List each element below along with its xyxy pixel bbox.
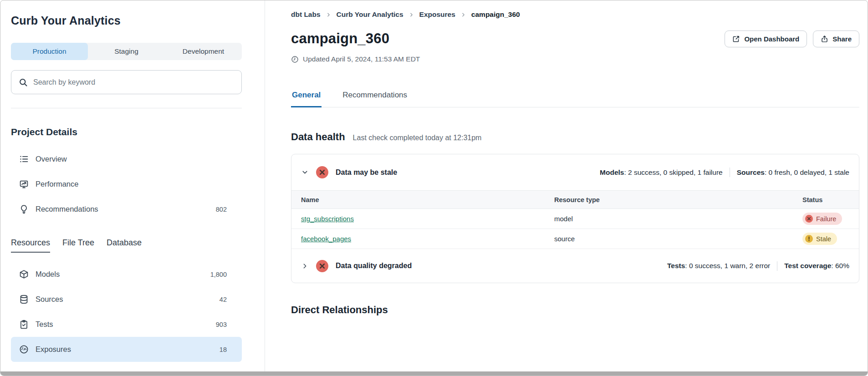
open-dashboard-button[interactable]: Open Dashboard (725, 30, 807, 47)
sources-summary-value: : 0 fresh, 0 delayed, 1 stale (765, 168, 849, 176)
chevron-right-icon (408, 12, 414, 18)
sidebar-item-label: Exposures (36, 345, 71, 354)
tab-general[interactable]: General (291, 91, 322, 107)
quality-panel-title: Data quality degraded (336, 262, 412, 270)
column-header-status: Status (802, 196, 849, 203)
tab-file-tree[interactable]: File Tree (62, 238, 94, 253)
sidebar-item-exposures[interactable]: Exposures 18 (11, 337, 242, 362)
breadcrumb-link-dbt-labs[interactable]: dbt Labs (291, 10, 321, 19)
breadcrumb-current: campaign_360 (471, 10, 520, 19)
sidebar-item-overview[interactable]: Overview (11, 147, 242, 172)
coverage-summary-label: Test coverage (784, 262, 831, 269)
error-circle-icon (316, 166, 328, 178)
breadcrumb-link-exposures[interactable]: Exposures (419, 10, 455, 19)
search-input[interactable]: Search by keyword (11, 70, 242, 94)
database-icon (19, 295, 29, 304)
window-bottom-edge (0, 371, 868, 376)
error-circle-icon (316, 260, 328, 272)
updated-text: Updated April 5, 2024, 11:53 AM EDT (303, 55, 420, 63)
models-summary-value: : 2 success, 0 skipped, 1 failure (624, 168, 722, 176)
sidebar-item-label: Performance (36, 180, 78, 188)
tab-recommendations[interactable]: Recommendations (342, 91, 408, 107)
project-title: Curb Your Analytics (11, 14, 242, 27)
quality-panel-header[interactable]: Data quality degraded Tests: 0 success, … (291, 249, 859, 283)
stale-panel-summary: Models: 2 success, 0 skipped, 1 failure … (600, 168, 849, 177)
item-count: 903 (216, 321, 227, 328)
share-label: Share (832, 35, 852, 43)
project-details-heading: Project Details (11, 127, 242, 137)
breadcrumb-link-project[interactable]: Curb Your Analytics (337, 10, 403, 19)
item-count: 1,800 (210, 271, 227, 278)
project-details-nav: Overview Performance Recommendations 802 (11, 147, 242, 222)
list-icon (19, 154, 29, 164)
resource-link-stg-subscriptions[interactable]: stg_subscriptions (301, 215, 354, 223)
main-content: dbt Labs Curb Your Analytics Exposures c… (265, 0, 868, 376)
column-header-resource-type: Resource type (554, 196, 802, 203)
last-check-text: Last check completed today at 12:31pm (353, 134, 482, 142)
search-placeholder: Search by keyword (33, 78, 95, 86)
data-health-heading: Data health (291, 131, 345, 143)
stale-panel-title: Data may be stale (336, 168, 397, 177)
chevron-right-icon (460, 12, 466, 18)
models-summary-label: Models (600, 168, 624, 176)
share-button[interactable]: Share (813, 30, 859, 47)
env-tab-production[interactable]: Production (11, 43, 88, 60)
sidebar-item-tests[interactable]: Tests 903 (11, 312, 242, 337)
resource-link-facebook-pages[interactable]: facebook_pages (301, 235, 351, 243)
resource-type-cell: source (554, 235, 802, 243)
tests-summary-label: Tests (667, 262, 685, 269)
detail-tabs: General Recommendations (291, 91, 859, 107)
sidebar-item-label: Models (36, 270, 60, 279)
stale-panel-header[interactable]: Data may be stale Models: 2 success, 0 s… (291, 154, 859, 190)
status-badge-stale: Stale (802, 233, 837, 245)
sidebar-item-label: Recommendations (36, 205, 98, 213)
env-tab-staging[interactable]: Staging (88, 43, 165, 60)
table-row: stg_subscriptions model Failure (291, 209, 859, 229)
sidebar-item-models[interactable]: Models 1,800 (11, 262, 242, 287)
sidebar-item-recommendations[interactable]: Recommendations 802 (11, 197, 242, 222)
lightbulb-icon (19, 204, 29, 214)
table-row: facebook_pages source Stale (291, 229, 859, 249)
clock-icon (291, 56, 299, 63)
environment-switcher: Production Staging Development (11, 43, 242, 60)
sidebar-item-label: Tests (36, 320, 53, 329)
item-count: 18 (220, 346, 227, 353)
tab-database[interactable]: Database (107, 238, 142, 253)
tab-resources[interactable]: Resources (11, 238, 50, 253)
cube-icon (19, 269, 29, 279)
summary-divider (777, 261, 777, 271)
sidebar-item-label: Overview (36, 155, 67, 163)
external-link-icon (732, 35, 740, 43)
status-badge-label: Failure (816, 215, 836, 223)
clipboard-check-icon (19, 320, 29, 329)
summary-divider (730, 168, 730, 177)
resource-view-tabs: Resources File Tree Database (11, 238, 242, 253)
column-header-name: Name (301, 196, 554, 203)
updated-timestamp: Updated April 5, 2024, 11:53 AM EDT (291, 55, 859, 63)
item-count: 42 (220, 296, 227, 303)
search-icon (19, 78, 28, 87)
sidebar: Curb Your Analytics Production Staging D… (0, 0, 265, 376)
quality-panel-summary: Tests: 0 success, 1 warn, 2 error Test c… (667, 261, 849, 271)
gauge-icon (19, 345, 29, 354)
open-dashboard-label: Open Dashboard (744, 35, 799, 43)
env-tab-development[interactable]: Development (165, 43, 242, 60)
item-count: 802 (216, 206, 227, 213)
chevron-right-icon[interactable] (301, 262, 309, 270)
sidebar-divider (11, 108, 242, 108)
app-window: Curb Your Analytics Production Staging D… (0, 0, 868, 376)
sidebar-item-sources[interactable]: Sources 42 (11, 287, 242, 312)
breadcrumb: dbt Labs Curb Your Analytics Exposures c… (291, 10, 859, 19)
chevron-down-icon[interactable] (301, 168, 309, 176)
sidebar-item-performance[interactable]: Performance (11, 172, 242, 197)
coverage-summary-value: : 60% (831, 262, 849, 269)
x-circle-icon (805, 215, 813, 223)
direct-relationships-heading: Direct Relationships (291, 304, 859, 316)
chevron-right-icon (326, 12, 332, 18)
status-badge-failure: Failure (802, 213, 842, 225)
sidebar-item-label: Sources (36, 295, 63, 304)
data-health-panel: Data may be stale Models: 2 success, 0 s… (291, 154, 859, 283)
resources-nav: Models 1,800 Sources 42 Tests 903 Exposu… (11, 262, 242, 362)
table-header-row: Name Resource type Status (291, 190, 859, 209)
performance-icon (19, 179, 29, 189)
